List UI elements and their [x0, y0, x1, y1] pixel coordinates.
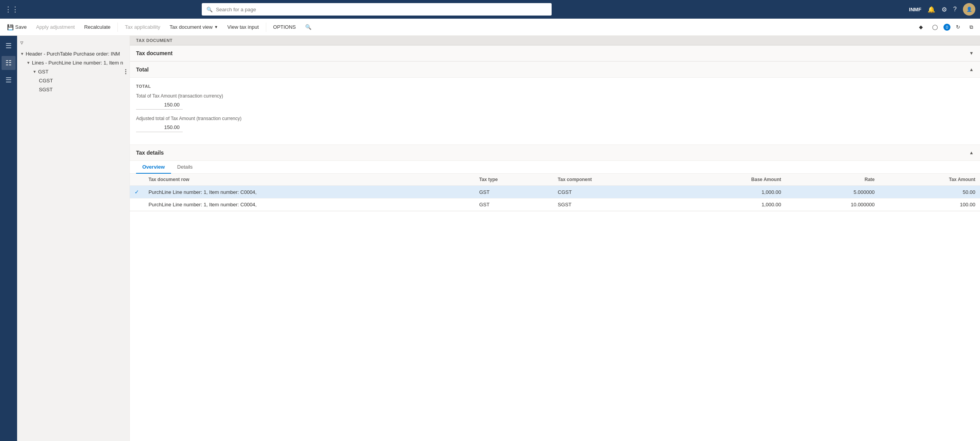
td-tax-component-1: SGST — [553, 199, 676, 211]
field-group-tax-amount: Total of Tax Amount (transaction currenc… — [136, 93, 974, 110]
td-row-0: PurchLine Line number: 1, Item number: C… — [144, 186, 475, 199]
tree-item-gst[interactable]: ▼ GST — [17, 67, 129, 76]
top-nav-right: INMF 🔔 ⚙ ? 👤 — [909, 3, 975, 16]
tax-document-view-label: Tax document view — [169, 24, 213, 30]
search-icon: 🔍 — [206, 7, 213, 12]
tab-details[interactable]: Details — [171, 161, 199, 174]
search-input[interactable] — [216, 7, 547, 12]
td-tax-component-0: CGST — [553, 186, 676, 199]
help-icon[interactable]: ? — [953, 6, 957, 13]
th-base-amount: Base Amount — [675, 174, 786, 186]
diamond-icon-button[interactable]: ◆ — [915, 21, 927, 33]
separator-2 — [266, 23, 266, 32]
grid-menu-icon[interactable]: ⋮⋮ — [5, 5, 19, 14]
th-tax-document-row: Tax document row — [144, 174, 475, 186]
options-button[interactable]: OPTIONS — [269, 21, 300, 33]
field-label-adjusted-tax-amount: Adjusted total of Tax Amount (transactio… — [136, 116, 974, 121]
total-section-content: TOTAL Total of Tax Amount (transaction c… — [130, 78, 980, 145]
td-base-amount-0: 1,000.00 — [675, 186, 786, 199]
tree-panel: ▿ ▼ Header - PurchTable Purchase order: … — [17, 36, 130, 441]
th-tax-amount: Tax Amount — [879, 174, 980, 186]
th-tax-type: Tax type — [475, 174, 553, 186]
th-check — [130, 174, 144, 186]
total-section-title: Total — [136, 66, 148, 73]
content-header: TAX DOCUMENT — [130, 36, 980, 45]
tab-overview[interactable]: Overview — [136, 161, 171, 174]
search-bar[interactable]: 🔍 — [202, 3, 552, 16]
save-button[interactable]: 💾 Save — [3, 21, 31, 33]
sidebar-list-icon[interactable]: ☰ — [2, 73, 16, 87]
options-label: OPTIONS — [273, 24, 296, 30]
cmd-right-actions: ◆ ◯ 0 ↻ ⧉ — [915, 21, 977, 33]
drag-handle — [125, 69, 126, 74]
refresh-icon-button[interactable]: ↻ — [952, 21, 964, 33]
chevron-icon: ▼ — [33, 70, 37, 74]
table-row[interactable]: ✓ PurchLine Line number: 1, Item number:… — [130, 186, 980, 199]
td-tax-type-0: GST — [475, 186, 553, 199]
td-rate-1: 10.000000 — [786, 199, 879, 211]
tax-details-section-header[interactable]: Tax details ▲ — [130, 145, 980, 161]
view-tax-input-button[interactable]: View tax input — [224, 21, 263, 33]
tax-details-section: Tax details ▲ Overview Details — [130, 145, 980, 211]
bell-icon[interactable]: 🔔 — [928, 6, 935, 13]
table-body: ✓ PurchLine Line number: 1, Item number:… — [130, 186, 980, 211]
total-section: Total ▲ TOTAL Total of Tax Amount (trans… — [130, 62, 980, 145]
total-section-chevron-icon: ▲ — [969, 67, 974, 72]
td-check-0: ✓ — [130, 186, 144, 199]
tree-item-label: SGST — [39, 87, 52, 92]
td-tax-amount-0: 50.00 — [879, 186, 980, 199]
td-tax-type-1: GST — [475, 199, 553, 211]
tax-document-table: Tax document row Tax type Tax component … — [130, 174, 980, 211]
total-section-header[interactable]: Total ▲ — [130, 62, 980, 78]
tax-document-section: Tax document ▼ — [130, 45, 980, 62]
main-layout: ☰ ☷ ☰ ▿ ▼ Header - PurchTable Purchase o… — [0, 36, 980, 441]
tree-toolbar: ▿ — [17, 36, 129, 49]
sidebar-filter-icon[interactable]: ☷ — [2, 56, 16, 70]
tree-item-label: Header - PurchTable Purchase order: INM — [26, 51, 120, 57]
td-rate-0: 5.000000 — [786, 186, 879, 199]
tree-item-cgst[interactable]: CGST — [17, 76, 129, 85]
tax-document-view-button[interactable]: Tax document view ▼ — [166, 21, 222, 33]
view-tax-input-label: View tax input — [227, 24, 259, 30]
table-row[interactable]: PurchLine Line number: 1, Item number: C… — [130, 199, 980, 211]
content-header-title: TAX DOCUMENT — [136, 38, 173, 43]
tree-item-header[interactable]: ▼ Header - PurchTable Purchase order: IN… — [17, 49, 129, 58]
field-group-adjusted-tax-amount: Adjusted total of Tax Amount (transactio… — [136, 116, 974, 132]
apply-adjustment-label: Apply adjustment — [36, 24, 75, 30]
top-navigation: ⋮⋮ 🔍 INMF 🔔 ⚙ ? 👤 — [0, 0, 980, 19]
sidebar-icons: ☰ ☷ ☰ — [0, 36, 17, 441]
td-row-1: PurchLine Line number: 1, Item number: C… — [144, 199, 475, 211]
chevron-icon: ▼ — [26, 61, 30, 65]
chevron-down-icon: ▼ — [214, 25, 218, 29]
table-container: Tax document row Tax type Tax component … — [130, 174, 980, 211]
search-button[interactable]: 🔍 — [301, 21, 315, 33]
field-value-tax-amount: 150.00 — [136, 100, 183, 110]
apply-adjustment-button[interactable]: Apply adjustment — [32, 21, 79, 33]
content-panel: TAX DOCUMENT Tax document ▼ Total ▲ TOTA… — [130, 36, 980, 441]
th-tax-component: Tax component — [553, 174, 676, 186]
search-icon: 🔍 — [305, 24, 311, 30]
tree-item-sgst[interactable]: SGST — [17, 85, 129, 94]
avatar[interactable]: 👤 — [963, 3, 975, 16]
tax-details-section-title: Tax details — [136, 150, 164, 156]
settings-icon[interactable]: ⚙ — [942, 6, 947, 13]
tree-item-label: GST — [38, 69, 49, 75]
tax-document-section-title: Tax document — [136, 50, 173, 56]
filter-icon[interactable]: ▿ — [20, 39, 23, 46]
tax-applicability-button[interactable]: Tax applicability — [121, 21, 164, 33]
chevron-icon: ▼ — [20, 52, 24, 56]
open-new-icon-button[interactable]: ⧉ — [966, 21, 977, 33]
field-label-tax-amount: Total of Tax Amount (transaction currenc… — [136, 93, 974, 99]
tree-item-lines[interactable]: ▼ Lines - PurchLine Line number: 1, Item… — [17, 58, 129, 67]
recalculate-button[interactable]: Recalculate — [80, 21, 114, 33]
td-base-amount-1: 1,000.00 — [675, 199, 786, 211]
separator-1 — [117, 23, 118, 32]
command-bar: 💾 Save Apply adjustment Recalculate Tax … — [0, 19, 980, 36]
save-label: Save — [15, 24, 27, 30]
td-tax-amount-1: 100.00 — [879, 199, 980, 211]
user-initials: INMF — [909, 7, 921, 12]
tax-document-section-header[interactable]: Tax document ▼ — [130, 45, 980, 61]
table-header-row: Tax document row Tax type Tax component … — [130, 174, 980, 186]
sidebar-hamburger-icon[interactable]: ☰ — [2, 39, 16, 53]
office-icon-button[interactable]: ◯ — [928, 21, 942, 33]
